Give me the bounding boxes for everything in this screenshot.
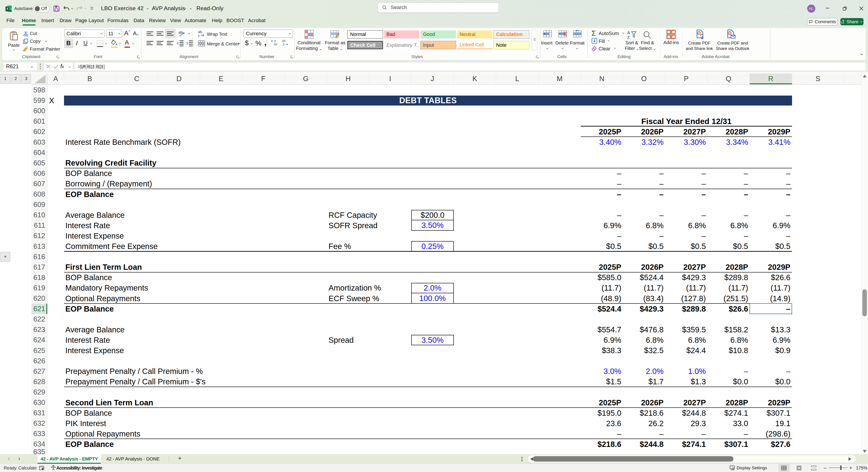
- svg-text:A: A: [627, 31, 630, 35]
- svg-text:c: c: [198, 33, 200, 37]
- svg-text:.00: .00: [281, 39, 285, 43]
- svg-text:0: 0: [275, 39, 276, 43]
- svg-text:ab: ab: [178, 30, 183, 34]
- svg-text:.00: .00: [273, 43, 277, 46]
- svg-text:A: A: [698, 31, 700, 35]
- svg-text:=SUM(R618:R620): =SUM(R618:R620): [78, 64, 105, 70]
- svg-text:.0: .0: [282, 43, 284, 46]
- svg-text:ab: ab: [198, 30, 202, 34]
- svg-text:X: X: [6, 7, 8, 10]
- svg-text:A: A: [728, 31, 731, 35]
- svg-text:Z: Z: [627, 35, 630, 40]
